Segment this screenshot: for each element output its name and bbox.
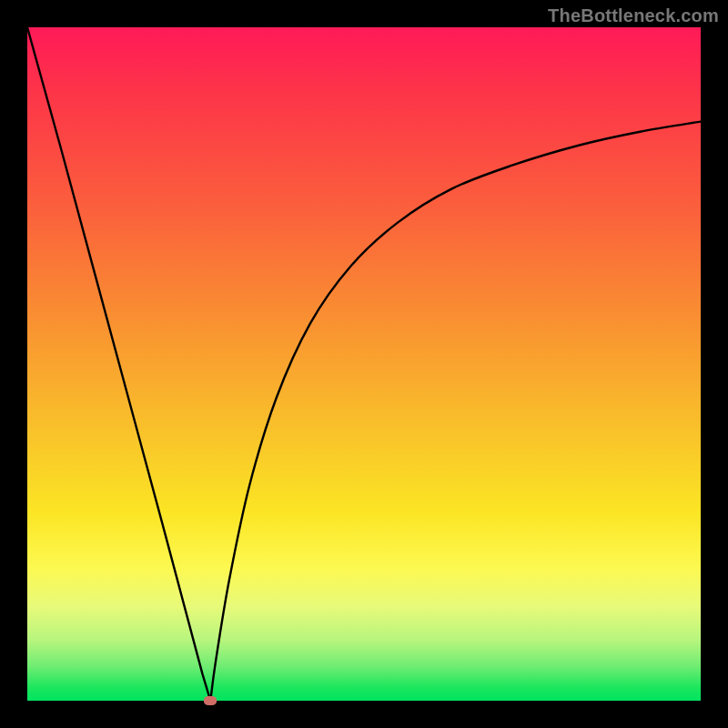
- curve-layer: [27, 27, 701, 701]
- watermark-text: TheBottleneck.com: [548, 5, 719, 26]
- chart-frame: TheBottleneck.com: [0, 0, 728, 728]
- plot-area: [27, 27, 701, 701]
- curve-right-branch: [210, 122, 701, 701]
- minimum-marker: [204, 696, 217, 705]
- curve-left-branch: [27, 27, 210, 701]
